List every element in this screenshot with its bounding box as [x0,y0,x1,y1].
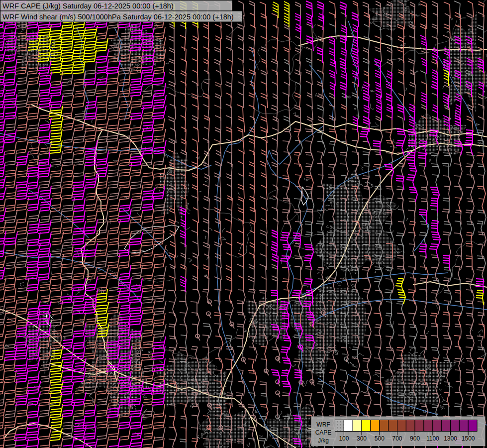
svg-text:1300: 1300 [444,435,457,442]
svg-text:300: 300 [357,435,367,442]
svg-text:WRF: WRF [316,421,330,428]
svg-text:500: 500 [375,435,385,442]
svg-text:700: 700 [392,435,402,442]
svg-text:CAPE: CAPE [315,429,332,436]
svg-text:WRF Wind shear (m/s) 500/1000h: WRF Wind shear (m/s) 500/1000hPa Saturda… [2,13,234,21]
svg-text:100: 100 [339,435,349,442]
svg-text:900: 900 [410,435,420,442]
svg-text:1100: 1100 [426,435,439,442]
svg-text:1500: 1500 [462,435,475,442]
svg-text:J/kg: J/kg [318,437,329,444]
svg-text:WRF CAPE (J/kg) Saturday 06-12: WRF CAPE (J/kg) Saturday 06-12-2025 00:0… [2,2,174,10]
